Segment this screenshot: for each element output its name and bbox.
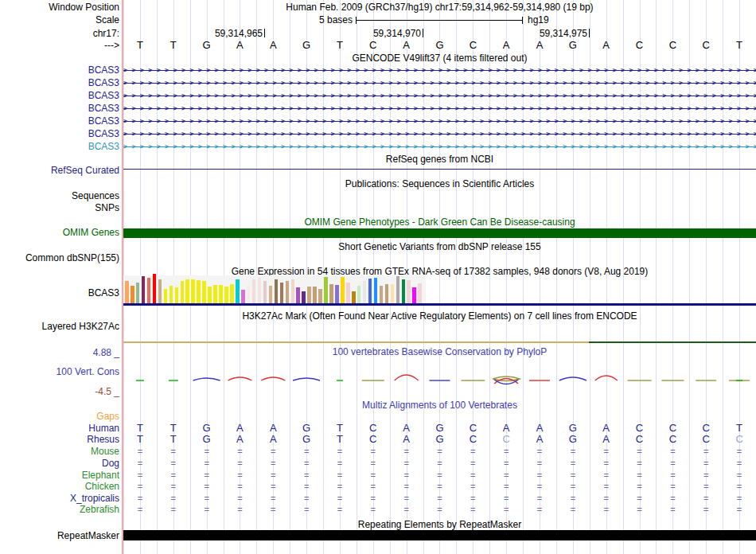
gtex-bar-18[interactable] (219, 285, 223, 303)
gtex-bar-16[interactable] (208, 287, 212, 303)
snps-label[interactable]: SNPs (0, 202, 119, 213)
gtex-bar-38[interactable] (329, 284, 333, 303)
gtex-bar-36[interactable] (318, 289, 322, 303)
gencode-gene-label-6[interactable]: BCAS3 (0, 128, 119, 139)
multiz-species-label-chicken[interactable]: Chicken (0, 481, 119, 492)
gtex-bar-12[interactable] (185, 279, 189, 303)
gencode-gene-label-3[interactable]: BCAS3 (0, 90, 119, 101)
gtex-bar-23[interactable] (247, 286, 251, 303)
layered-h3k27ac-label[interactable]: Layered H3K27Ac (0, 321, 119, 332)
gencode-transcript-row-1[interactable]: >>>>>>>>>>>>>>>>>>>>>>>>>>>>>>>>>>>>>>>>… (123, 66, 756, 74)
multiz-species-label-mouse[interactable]: Mouse (0, 446, 119, 457)
multiz-species-label-human[interactable]: Human (0, 423, 119, 434)
gtex-bar-21[interactable] (236, 279, 240, 303)
gencode-transcript-row-5[interactable]: >>>>>>>>>>>>>>>>>>>>>>>>>>>>>>>>>>>>>>>>… (123, 117, 756, 125)
gencode-transcript-row-4[interactable]: >>>>>>>>>>>>>>>>>>>>>>>>>>>>>>>>>>>>>>>>… (123, 104, 756, 112)
gtex-bar-44[interactable] (363, 281, 367, 303)
gtex-bar-41[interactable] (346, 283, 350, 303)
refseq-curated-label[interactable]: RefSeq Curated (0, 165, 119, 176)
gtex-bar-14[interactable] (197, 280, 201, 303)
phylop-track-title[interactable]: 100 vertebrates Basewise Conservation by… (123, 346, 756, 357)
gencode-gene-label-7[interactable]: BCAS3 (0, 141, 119, 152)
multiz-species-label-elephant[interactable]: Elephant (0, 470, 119, 481)
gtex-bar-7[interactable] (158, 279, 162, 303)
gtex-bar-45[interactable] (368, 279, 372, 303)
gencode-transcript-row-7[interactable]: >>>>>>>>>>>>>>>>>>>>>>>>>>>>>>>>>>>>>>>>… (123, 142, 756, 150)
base-ruler-row[interactable]: TTGAAGTCAGCAAGACCCT (123, 40, 756, 51)
gtex-bar-53[interactable] (412, 287, 416, 303)
gtex-bar-22[interactable] (241, 290, 245, 303)
gencode-transcript-row-6[interactable]: >>>>>>>>>>>>>>>>>>>>>>>>>>>>>>>>>>>>>>>>… (123, 130, 756, 138)
gtex-bar-51[interactable] (402, 279, 406, 303)
gtex-bar-37[interactable] (324, 277, 328, 303)
multiz-species-label-dog[interactable]: Dog (0, 458, 119, 469)
dbsnp-track-title[interactable]: Short Genetic Variants from dbSNP releas… (123, 241, 756, 252)
omim-gene-bar[interactable] (123, 228, 756, 238)
gencode-gene-label-2[interactable]: BCAS3 (0, 77, 119, 88)
gencode-track-title[interactable]: GENCODE V49lift37 (4 items filtered out) (123, 53, 756, 64)
repeatmasker-track-title[interactable]: Repeating Elements by RepeatMasker (123, 519, 756, 530)
gtex-bar-11[interactable] (181, 281, 185, 303)
gtex-bar-48[interactable] (385, 284, 389, 303)
gtex-bar-3[interactable] (136, 283, 140, 303)
common-dbsnp-label[interactable]: Common dbSNP(155) (0, 252, 119, 263)
h3k27ac-track-title[interactable]: H3K27Ac Mark (Often Found Near Active Re… (123, 310, 756, 322)
multiz-species-label-gaps[interactable]: Gaps (0, 411, 119, 422)
omim-genes-label[interactable]: OMIM Genes (0, 227, 119, 238)
repeatmasker-bar[interactable] (123, 530, 756, 540)
gtex-bar-2[interactable] (131, 286, 134, 303)
gtex-bar-40[interactable] (341, 277, 345, 303)
gtex-bar-49[interactable] (391, 284, 395, 303)
gtex-bar-27[interactable] (269, 286, 273, 303)
gtex-bar-31[interactable] (291, 279, 295, 303)
gtex-bar-52[interactable] (407, 280, 411, 303)
gtex-bar-13[interactable] (191, 279, 195, 303)
multiz-species-label-x_tropicalis[interactable]: X_tropicalis (0, 493, 119, 504)
gtex-bar-9[interactable] (170, 286, 173, 303)
gtex-bar-25[interactable] (258, 278, 262, 303)
gtex-bar-29[interactable] (280, 283, 284, 303)
gtex-bar-4[interactable] (142, 276, 146, 303)
gtex-bar-19[interactable] (224, 287, 228, 303)
gtex-bar-26[interactable] (263, 281, 267, 303)
multiz-track-title[interactable]: Multiz Alignments of 100 Vertebrates (123, 400, 756, 411)
gencode-gene-label-1[interactable]: BCAS3 (0, 64, 119, 76)
gencode-transcript-row-2[interactable]: >>>>>>>>>>>>>>>>>>>>>>>>>>>>>>>>>>>>>>>>… (123, 79, 756, 87)
gtex-bar-54[interactable] (418, 283, 422, 303)
gtex-bar-20[interactable] (230, 284, 234, 303)
gtex-bar-5[interactable] (147, 278, 151, 303)
gtex-gene-label[interactable]: BCAS3 (0, 287, 119, 298)
multiz-species-label-zebrafish[interactable]: Zebrafish (0, 504, 119, 515)
gencode-gene-label-4[interactable]: BCAS3 (0, 103, 119, 114)
multiz-species-label-rhesus[interactable]: Rhesus (0, 434, 119, 445)
gtex-bar-32[interactable] (296, 287, 300, 303)
gtex-bar-39[interactable] (335, 285, 339, 303)
gtex-bar-8[interactable] (164, 289, 168, 303)
gtex-bar-10[interactable] (175, 287, 179, 303)
gtex-bar-30[interactable] (286, 281, 290, 303)
gtex-bar-34[interactable] (307, 287, 311, 303)
gtex-bar-1[interactable] (125, 281, 129, 303)
gtex-bar-24[interactable] (252, 279, 256, 303)
repeatmasker-label[interactable]: RepeatMasker (0, 530, 119, 541)
gencode-transcript-row-3[interactable]: >>>>>>>>>>>>>>>>>>>>>>>>>>>>>>>>>>>>>>>>… (123, 92, 756, 99)
gtex-bar-17[interactable] (213, 285, 217, 303)
gtex-bar-33[interactable] (302, 291, 306, 303)
refseq-track-title[interactable]: RefSeq genes from NCBI (123, 154, 756, 165)
gtex-bar-43[interactable] (357, 286, 361, 303)
omim-track-title[interactable]: OMIM Gene Phenotypes - Dark Green Can Be… (123, 217, 756, 228)
gtex-bar-28[interactable] (275, 279, 279, 303)
gtex-bar-46[interactable] (374, 278, 378, 303)
gtex-expression-bars[interactable] (123, 274, 426, 303)
gtex-bar-50[interactable] (396, 276, 400, 303)
gencode-gene-label-5[interactable]: BCAS3 (0, 115, 119, 127)
gtex-bar-6[interactable] (153, 274, 157, 303)
strand-arrow-label[interactable]: ---> (0, 40, 119, 51)
phylop-conservation-wiggle[interactable] (0, 362, 756, 402)
publications-track-title[interactable]: Publications: Sequences in Scientific Ar… (123, 178, 756, 189)
gtex-bar-47[interactable] (380, 286, 384, 303)
gtex-bar-35[interactable] (313, 287, 317, 303)
gtex-bar-42[interactable] (352, 291, 356, 303)
sequences-label[interactable]: Sequences (0, 190, 119, 201)
refseq-gene-line[interactable] (123, 169, 756, 170)
